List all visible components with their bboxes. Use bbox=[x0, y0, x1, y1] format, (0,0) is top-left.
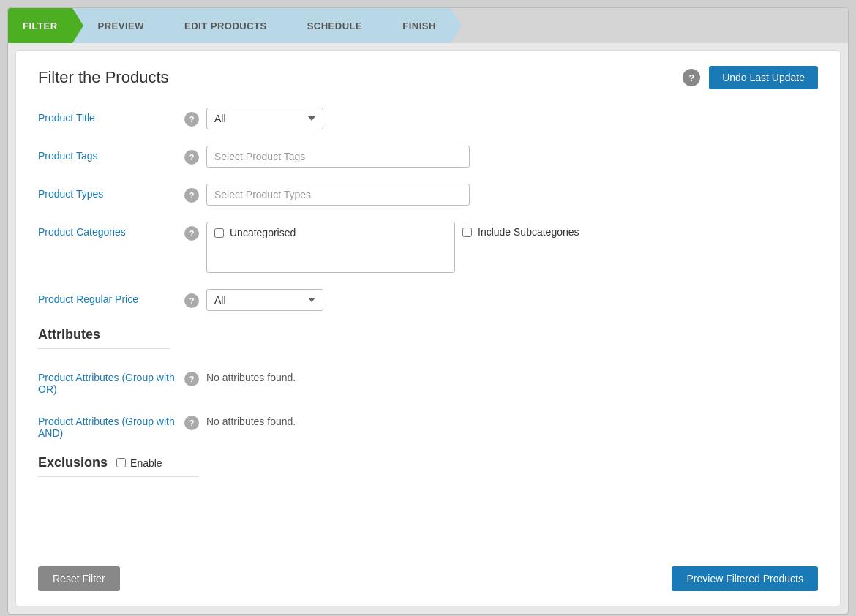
progress-step-edit-products[interactable]: EDIT PRODUCTS bbox=[159, 8, 282, 43]
product-types-row: Product Types ? bbox=[38, 184, 818, 206]
exclusions-enable-label: Enable bbox=[116, 457, 162, 469]
product-regular-price-label: Product Regular Price bbox=[38, 289, 184, 305]
attributes-and-control: No attributes found. bbox=[206, 411, 818, 427]
include-subcategories-row: Include Subcategories bbox=[462, 222, 579, 238]
header-help-icon[interactable]: ? bbox=[683, 69, 700, 86]
product-title-control: All bbox=[206, 108, 818, 129]
category-label-uncategorised: Uncategorised bbox=[230, 227, 296, 238]
progress-step-preview[interactable]: PREVIEW bbox=[72, 8, 159, 43]
attributes-and-help-icon[interactable]: ? bbox=[184, 416, 199, 430]
header-row: Filter the Products ? Undo Last Update bbox=[38, 66, 818, 89]
exclusions-enable-text: Enable bbox=[130, 457, 162, 469]
attributes-and-label: Product Attributes (Group with AND) bbox=[38, 411, 184, 439]
attributes-or-label: Product Attributes (Group with OR) bbox=[38, 367, 184, 395]
attributes-or-help-icon[interactable]: ? bbox=[184, 372, 199, 386]
progress-step-finish[interactable]: FINISH bbox=[377, 8, 451, 43]
attributes-section: Attributes bbox=[38, 327, 818, 349]
page-title: Filter the Products bbox=[38, 68, 169, 87]
exclusions-row: Exclusions Enable bbox=[38, 455, 818, 470]
attributes-or-control: No attributes found. bbox=[206, 367, 818, 383]
attributes-and-row: Product Attributes (Group with AND) ? No… bbox=[38, 411, 818, 439]
progress-step-filter[interactable]: FILTER bbox=[8, 8, 72, 43]
product-regular-price-control: All bbox=[206, 289, 818, 311]
reset-filter-button[interactable]: Reset Filter bbox=[38, 566, 120, 591]
progress-step-schedule[interactable]: SCHEDULE bbox=[282, 8, 378, 43]
product-tags-row: Product Tags ? bbox=[38, 146, 818, 168]
progress-bar: FILTER PREVIEW EDIT PRODUCTS SCHEDULE FI… bbox=[8, 8, 848, 43]
product-types-help-icon[interactable]: ? bbox=[184, 188, 199, 203]
product-categories-control: Uncategorised Include Subcategories bbox=[206, 222, 818, 273]
exclusions-divider bbox=[38, 476, 199, 477]
product-title-select[interactable]: All bbox=[206, 108, 323, 129]
product-categories-row: Product Categories ? Uncategorised Inclu… bbox=[38, 222, 818, 273]
product-title-row: Product Title ? All bbox=[38, 108, 818, 129]
product-regular-price-help-icon[interactable]: ? bbox=[184, 293, 199, 308]
attributes-divider bbox=[38, 348, 170, 349]
category-item-uncategorised: Uncategorised bbox=[207, 222, 454, 243]
product-types-input[interactable] bbox=[206, 184, 470, 206]
include-subcategories-checkbox[interactable] bbox=[462, 228, 472, 237]
product-types-control bbox=[206, 184, 818, 206]
product-regular-price-select[interactable]: All bbox=[206, 289, 323, 311]
product-regular-price-row: Product Regular Price ? All bbox=[38, 289, 818, 311]
main-content: Filter the Products ? Undo Last Update P… bbox=[15, 50, 841, 606]
product-title-help-icon[interactable]: ? bbox=[184, 112, 199, 127]
product-tags-help-icon[interactable]: ? bbox=[184, 150, 199, 165]
undo-button[interactable]: Undo Last Update bbox=[709, 66, 818, 89]
product-categories-label: Product Categories bbox=[38, 222, 184, 238]
product-tags-control bbox=[206, 146, 818, 168]
attributes-or-empty: No attributes found. bbox=[206, 367, 296, 383]
attributes-or-row: Product Attributes (Group with OR) ? No … bbox=[38, 367, 818, 395]
product-categories-help-icon[interactable]: ? bbox=[184, 226, 199, 241]
product-tags-input[interactable] bbox=[206, 146, 470, 168]
attributes-and-empty: No attributes found. bbox=[206, 411, 296, 427]
category-listbox[interactable]: Uncategorised bbox=[206, 222, 455, 273]
exclusions-title: Exclusions bbox=[38, 455, 108, 470]
attributes-title: Attributes bbox=[38, 327, 818, 342]
product-tags-label: Product Tags bbox=[38, 146, 184, 162]
include-subcategories-label: Include Subcategories bbox=[478, 226, 579, 238]
preview-filtered-products-button[interactable]: Preview Filtered Products bbox=[672, 566, 818, 591]
exclusions-enable-checkbox[interactable] bbox=[116, 458, 126, 467]
product-title-label: Product Title bbox=[38, 108, 184, 124]
bottom-bar: Reset Filter Preview Filtered Products bbox=[38, 566, 818, 591]
category-checkbox-uncategorised[interactable] bbox=[214, 228, 224, 238]
product-types-label: Product Types bbox=[38, 184, 184, 200]
header-right: ? Undo Last Update bbox=[683, 66, 818, 89]
